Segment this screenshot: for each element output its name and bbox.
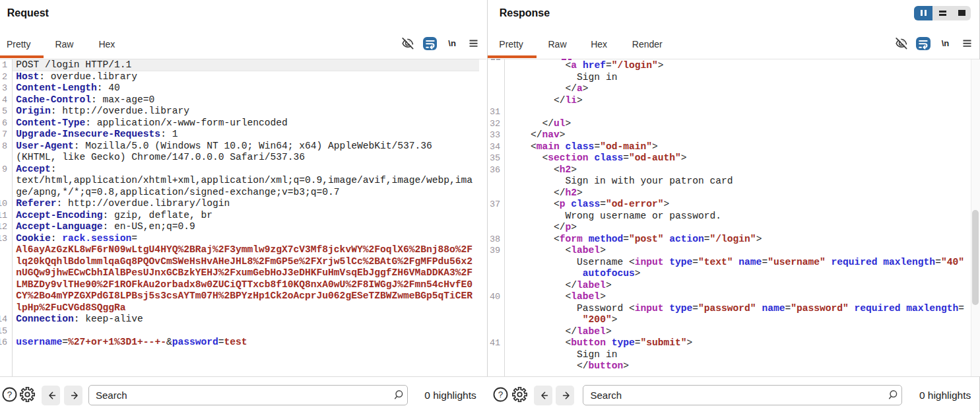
svg-text:?: ?	[498, 390, 503, 399]
svg-text:?: ?	[7, 390, 12, 399]
